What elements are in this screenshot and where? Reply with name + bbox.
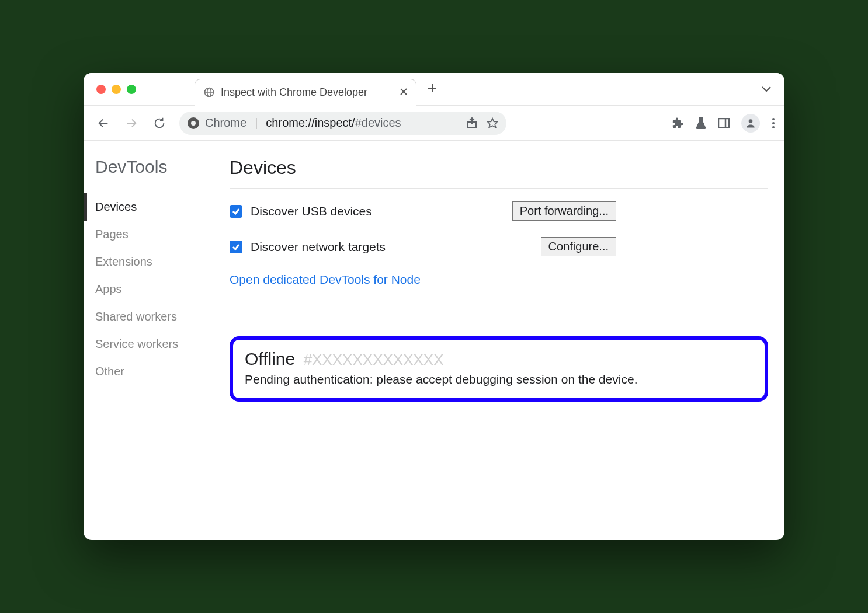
sidebar-item-other[interactable]: Other	[84, 358, 224, 385]
chrome-icon	[188, 117, 199, 129]
address-bar[interactable]: Chrome | chrome://inspect/#devices	[179, 112, 506, 135]
svg-point-17	[772, 126, 775, 128]
browser-window: Inspect with Chrome Developer Chrome | c…	[84, 73, 784, 540]
share-icon[interactable]	[467, 117, 477, 129]
page-content: DevTools Devices Pages Extensions Apps S…	[84, 141, 784, 540]
reload-button[interactable]	[149, 113, 170, 134]
svg-marker-11	[488, 118, 498, 127]
device-id: #XXXXXXXXXXXXX	[304, 351, 444, 369]
port-forwarding-button[interactable]: Port forwarding...	[512, 201, 616, 221]
page-title: Devices	[230, 157, 768, 189]
discover-network-label: Discover network targets	[251, 240, 386, 254]
minimize-window-button[interactable]	[112, 85, 121, 94]
maximize-window-button[interactable]	[127, 85, 136, 94]
tab-title: Inspect with Chrome Developer	[221, 86, 394, 99]
labs-icon[interactable]	[696, 117, 706, 130]
sidebar-item-shared-workers[interactable]: Shared workers	[84, 303, 224, 330]
window-controls	[96, 85, 136, 94]
open-devtools-node-link[interactable]: Open dedicated DevTools for Node	[230, 273, 768, 301]
discover-usb-checkbox[interactable]	[230, 205, 242, 218]
device-status-callout: Offline #XXXXXXXXXXXXX Pending authentic…	[230, 336, 768, 402]
svg-point-14	[749, 119, 753, 123]
device-status: Offline	[245, 349, 295, 369]
configure-button[interactable]: Configure...	[541, 237, 616, 256]
sidebar-item-service-workers[interactable]: Service workers	[84, 330, 224, 358]
discover-usb-label: Discover USB devices	[251, 204, 372, 218]
sidebar: DevTools Devices Pages Extensions Apps S…	[84, 141, 224, 540]
sidebar-item-pages[interactable]: Pages	[84, 221, 224, 248]
omnibox-label: Chrome	[205, 116, 246, 130]
extensions-icon[interactable]	[672, 117, 684, 129]
menu-icon[interactable]	[772, 117, 775, 129]
tabs-menu-button[interactable]	[761, 84, 772, 95]
back-button[interactable]	[93, 113, 114, 134]
new-tab-button[interactable]	[427, 82, 438, 97]
discover-network-checkbox[interactable]	[230, 241, 242, 253]
sidebar-item-apps[interactable]: Apps	[84, 276, 224, 303]
bookmark-star-icon[interactable]	[487, 117, 498, 129]
globe-icon	[203, 86, 215, 98]
discover-network-row: Discover network targets Configure...	[230, 237, 768, 256]
close-window-button[interactable]	[96, 85, 106, 94]
toolbar: Chrome | chrome://inspect/#devices	[84, 106, 784, 141]
omnibox-url: chrome://inspect/#devices	[266, 116, 401, 130]
close-tab-button[interactable]	[400, 86, 408, 99]
browser-tab[interactable]: Inspect with Chrome Developer	[195, 79, 416, 106]
sidebar-item-extensions[interactable]: Extensions	[84, 248, 224, 276]
main-panel: Devices Discover USB devices Port forwar…	[224, 141, 784, 540]
sidebar-item-devices[interactable]: Devices	[84, 193, 224, 221]
svg-rect-12	[718, 119, 729, 128]
titlebar: Inspect with Chrome Developer	[84, 73, 784, 106]
discover-usb-row: Discover USB devices Port forwarding...	[230, 201, 768, 221]
profile-avatar[interactable]	[741, 114, 760, 133]
svg-point-15	[772, 118, 775, 120]
side-panel-icon[interactable]	[718, 118, 730, 128]
sidebar-title: DevTools	[84, 157, 224, 177]
forward-button	[121, 113, 142, 134]
omnibox-separator: |	[255, 116, 258, 130]
svg-point-16	[772, 122, 775, 124]
device-message: Pending authentication: please accept de…	[245, 372, 753, 386]
